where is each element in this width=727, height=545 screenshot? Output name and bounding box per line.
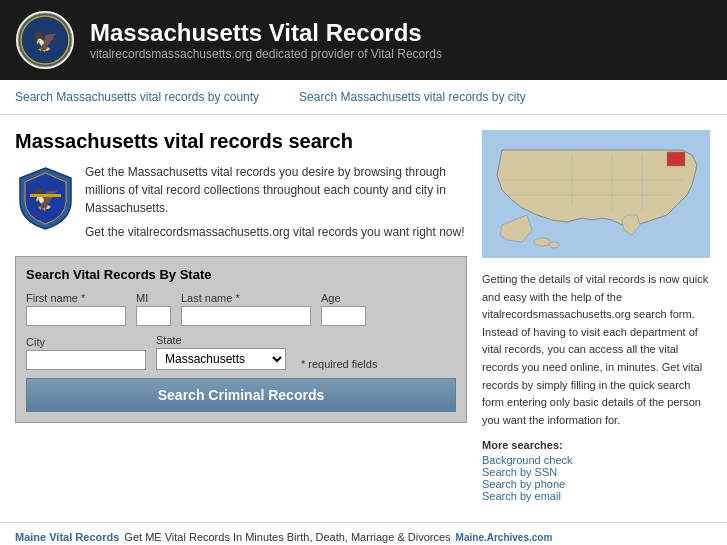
main-content: Massachusetts vital records search 🦅 Get… [0, 115, 727, 522]
city-label: City [26, 336, 146, 348]
state-field: State Massachusetts [156, 334, 286, 370]
header-logo: 🦅 [15, 10, 75, 70]
age-field: Age [321, 292, 366, 326]
svg-rect-8 [667, 152, 685, 166]
firstname-input[interactable] [26, 306, 126, 326]
svg-point-11 [534, 238, 550, 246]
age-label: Age [321, 292, 366, 304]
city-input[interactable] [26, 350, 146, 370]
firstname-label: First name * [26, 292, 126, 304]
ma-seal-icon: 🦅 [15, 10, 75, 70]
more-searches-ssn[interactable]: Search by SSN [482, 466, 712, 478]
intro-section: 🦅 Get the Massachusetts vital records yo… [15, 163, 467, 241]
search-form-box: Search Vital Records By State First name… [15, 256, 467, 423]
nav-links: Search Massachusetts vital records by co… [0, 80, 727, 115]
intro-shield: 🦅 [15, 163, 75, 233]
required-note: * required fields [301, 358, 377, 370]
ma-shield-icon: 🦅 [18, 166, 73, 231]
site-title: Massachusetts Vital Records [90, 19, 442, 47]
more-searches-title: More searches: [482, 439, 712, 451]
header: 🦅 Massachusetts Vital Records vitalrecor… [0, 0, 727, 80]
svg-rect-5 [30, 194, 61, 197]
more-searches: More searches: Background check Search b… [482, 439, 712, 502]
search-criminal-records-button[interactable]: Search Criminal Records [26, 378, 456, 412]
intro-text: Get the Massachusetts vital records you … [85, 163, 467, 241]
header-text: Massachusetts Vital Records vitalrecords… [90, 19, 442, 61]
footer-link-maine-archives[interactable]: Maine.Archives.com [456, 532, 553, 543]
svg-text:🦅: 🦅 [33, 29, 58, 53]
footer-description: Get ME Vital Records In Minutes Birth, D… [124, 531, 450, 543]
state-select[interactable]: Massachusetts [156, 348, 286, 370]
nav-link-county[interactable]: Search Massachusetts vital records by co… [15, 90, 259, 104]
city-field: City [26, 336, 146, 370]
svg-text:🦅: 🦅 [32, 185, 60, 212]
mi-field: MI [136, 292, 171, 326]
right-column: Getting the details of vital records is … [482, 130, 712, 507]
footer: Maine Vital Records Get ME Vital Records… [0, 522, 727, 545]
us-map-icon [482, 130, 710, 258]
footer-link-maine[interactable]: Maine Vital Records [15, 531, 119, 543]
map-container [482, 130, 712, 261]
more-searches-email[interactable]: Search by email [482, 490, 712, 502]
lastname-label: Last name * [181, 292, 311, 304]
form-row-location: City State Massachusetts * required fiel… [26, 334, 456, 370]
age-input[interactable] [321, 306, 366, 326]
more-searches-phone[interactable]: Search by phone [482, 478, 712, 490]
right-description: Getting the details of vital records is … [482, 271, 712, 429]
state-label: State [156, 334, 286, 346]
mi-input[interactable] [136, 306, 171, 326]
more-searches-background[interactable]: Background check [482, 454, 712, 466]
search-form-title: Search Vital Records By State [26, 267, 456, 282]
svg-point-12 [549, 242, 559, 248]
lastname-field: Last name * [181, 292, 311, 326]
nav-link-city[interactable]: Search Massachusetts vital records by ci… [299, 90, 526, 104]
lastname-input[interactable] [181, 306, 311, 326]
firstname-field: First name * [26, 292, 126, 326]
page-title: Massachusetts vital records search [15, 130, 467, 153]
site-subtitle: vitalrecordsmassachusetts.org dedicated … [90, 47, 442, 61]
left-column: Massachusetts vital records search 🦅 Get… [15, 130, 467, 507]
form-row-name: First name * MI Last name * Age [26, 292, 456, 326]
mi-label: MI [136, 292, 171, 304]
